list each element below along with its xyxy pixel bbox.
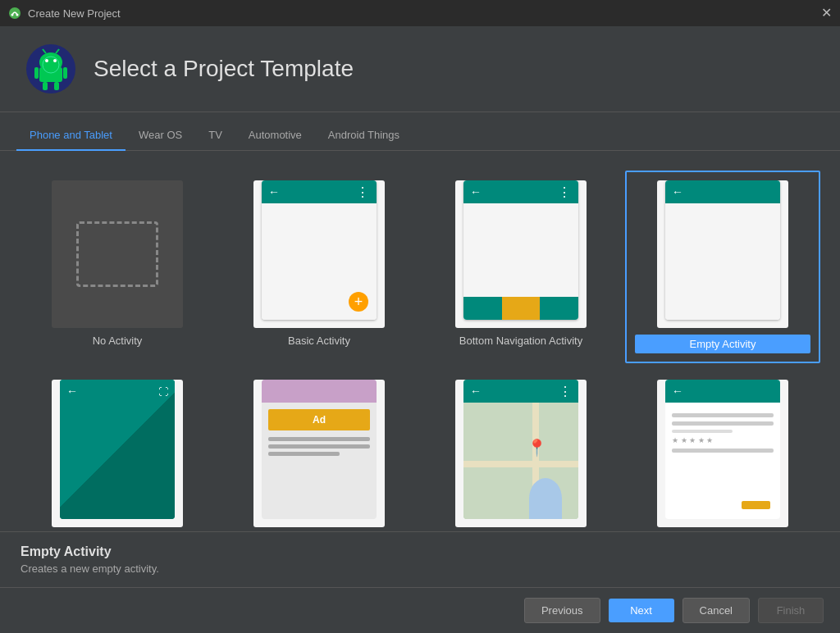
cancel-button[interactable]: Cancel [682, 598, 750, 623]
maps-preview: ← ⋮ 📍 [455, 380, 587, 527]
back-arrow-icon: ← [470, 185, 482, 198]
admob-line-2 [268, 444, 370, 449]
header: Select a Project Template [0, 26, 840, 112]
map-water [529, 478, 562, 519]
svg-rect-9 [39, 67, 62, 82]
basic-activity-label: Basic Activity [288, 335, 350, 347]
description-title: Empty Activity [21, 544, 819, 559]
tab-phone-tablet[interactable]: Phone and Tablet [16, 121, 126, 151]
content: Phone and Tablet Wear OS TV Automotive A… [0, 112, 840, 587]
svg-rect-12 [43, 82, 48, 90]
admob-preview: Ad [253, 380, 385, 527]
map-road-horizontal [463, 461, 578, 467]
maps-mockup: ← ⋮ 📍 [463, 380, 578, 519]
svg-point-2 [16, 14, 19, 16]
nav-item-1 [463, 297, 502, 320]
title-bar-left: Create New Project [8, 7, 121, 20]
template-card-bottom-nav[interactable]: ← ⋮ Bottom Nav [423, 171, 619, 363]
admob-toolbar [262, 380, 377, 403]
tab-tv[interactable]: TV [195, 121, 235, 151]
map-pin-icon: 📍 [527, 438, 547, 458]
fab-icon: + [349, 292, 368, 312]
settings-preview: ← ★ ★ ★ ★ ★ [657, 380, 788, 527]
fullscreen-toolbar: ← [60, 380, 175, 403]
no-activity-preview [52, 180, 183, 328]
basic-body: + [262, 203, 377, 320]
back-arrow-icon: ← [268, 185, 280, 198]
admob-mockup: Ad [262, 380, 377, 519]
settings-stars: ★ ★ ★ ★ ★ [672, 436, 774, 444]
bottom-nav-label: Bottom Navigation Activity [459, 335, 582, 347]
settings-toolbar: ← [665, 380, 780, 403]
template-card-maps[interactable]: ← ⋮ 📍 Google Maps Activity [423, 370, 619, 531]
back-arrow-icon: ← [66, 385, 78, 398]
svg-rect-10 [34, 67, 39, 79]
svg-point-1 [11, 14, 14, 16]
previous-button[interactable]: Previous [524, 598, 600, 623]
template-card-empty-activity[interactable]: ← Empty Activity [625, 171, 820, 363]
close-button[interactable]: ✕ [821, 7, 832, 20]
svg-point-5 [45, 59, 48, 62]
no-activity-bg [52, 180, 183, 328]
bottom-nav-mockup: ← ⋮ [463, 180, 578, 320]
settings-line-1 [672, 413, 774, 417]
bottom-nav-bar [463, 297, 578, 320]
grid-area: No Activity ← ⋮ + [0, 151, 840, 531]
bottom-nav-toolbar: ← ⋮ [463, 180, 578, 203]
template-card-settings[interactable]: ← ★ ★ ★ ★ ★ Settings A [625, 370, 820, 531]
menu-dots-icon: ⋮ [356, 184, 370, 200]
empty-body [665, 203, 780, 320]
basic-activity-preview: ← ⋮ + [253, 180, 385, 328]
settings-button-preview [742, 501, 770, 509]
svg-point-6 [53, 59, 57, 62]
tab-android-things[interactable]: Android Things [315, 121, 413, 151]
svg-rect-11 [63, 67, 67, 79]
basic-phone-mockup: ← ⋮ + [262, 180, 377, 320]
template-card-basic-activity[interactable]: ← ⋮ + Basic Activity [221, 171, 417, 363]
empty-phone-mockup: ← [665, 180, 780, 320]
nav-item-3 [540, 297, 578, 320]
settings-line-4 [672, 449, 774, 453]
page-title: Select a Project Template [94, 56, 354, 82]
back-arrow-icon: ← [672, 385, 683, 398]
title-bar: Create New Project ✕ [0, 0, 840, 26]
android-studio-icon [8, 7, 21, 20]
admob-line-1 [268, 437, 370, 441]
bottom-nav-preview: ← ⋮ [455, 180, 587, 328]
footer: Previous Next Cancel Finish [0, 587, 840, 633]
svg-point-0 [9, 7, 21, 19]
fullscreen-preview: ← ⛶ [52, 380, 183, 527]
window-title: Create New Project [28, 7, 121, 20]
maps-toolbar: ← ⋮ [463, 380, 578, 403]
back-arrow-icon: ← [672, 185, 683, 198]
nav-item-2-active [502, 297, 541, 320]
finish-button[interactable]: Finish [758, 598, 824, 623]
basic-toolbar: ← ⋮ [262, 180, 377, 203]
svg-rect-13 [54, 82, 59, 90]
template-card-no-activity[interactable]: No Activity [20, 171, 215, 363]
fullscreen-mockup: ← ⛶ [60, 380, 175, 519]
back-arrow-icon: ← [470, 385, 482, 398]
tab-automotive[interactable]: Automotive [235, 121, 315, 151]
admob-line-3 [268, 452, 340, 456]
description-area: Empty Activity Creates a new empty activ… [0, 531, 840, 587]
expand-icon: ⛶ [158, 386, 168, 398]
dashed-rect-icon [76, 221, 158, 287]
bottom-nav-body [463, 203, 578, 320]
tab-wear-os[interactable]: Wear OS [126, 121, 195, 151]
menu-dots-icon: ⋮ [558, 184, 572, 200]
template-card-fullscreen[interactable]: ← ⛶ Fullscreen Activity [20, 370, 215, 531]
template-grid: No Activity ← ⋮ + [0, 151, 840, 531]
settings-line-3 [672, 430, 733, 433]
no-activity-label: No Activity [93, 335, 143, 347]
settings-mockup: ← ★ ★ ★ ★ ★ [665, 380, 780, 519]
template-card-admob[interactable]: Ad Google AdMob Ads Activity [221, 370, 417, 531]
description-text: Creates a new empty activity. [21, 562, 819, 575]
admob-banner: Ad [268, 409, 370, 430]
settings-line-2 [672, 421, 774, 426]
window: Create New Project ✕ [0, 0, 840, 633]
next-button[interactable]: Next [609, 599, 674, 622]
tabs: Phone and Tablet Wear OS TV Automotive A… [0, 121, 840, 151]
maps-body: 📍 [463, 403, 578, 519]
admob-body: Ad [262, 403, 377, 466]
